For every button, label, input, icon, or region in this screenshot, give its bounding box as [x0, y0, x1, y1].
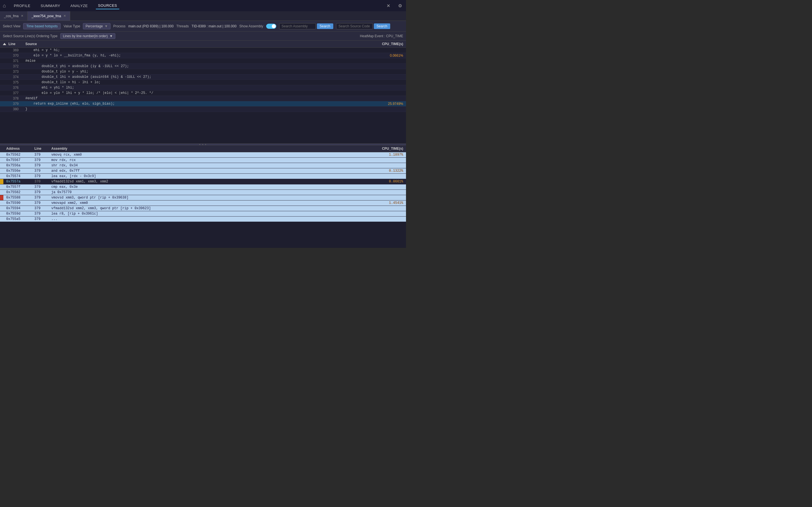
show-assembly-label: Show Assembly [239, 24, 263, 28]
source-header-row: Line Source CPU_TIME(s) [0, 41, 406, 48]
asm-row-0x75588[interactable]: 0x75588379vmovsd xmm3, qword ptr [rip + … [0, 195, 406, 201]
source-cell-line-380: 380 [0, 107, 22, 112]
asm-cell-code-0x7557a: vfmadd132sd xmm1, xmm3, xmm2 [49, 179, 378, 184]
toggle-slider [266, 24, 276, 29]
ordering-value: Lines by line number(in order) [63, 34, 108, 38]
asm-row-0x7557a[interactable]: 0x7557a370vfmadd132sd xmm1, xmm3, xmm20.… [0, 179, 406, 184]
source-row-376[interactable]: 376 ehi = yhi * lhi; [0, 85, 406, 91]
asm-cell-line-0x75590: 379 [32, 201, 49, 206]
assembly-col-asm-header[interactable]: Assembly [49, 145, 378, 152]
tab-cos-fma-label: _cos_fma [4, 14, 19, 18]
tab-ieee754-label: _ieee754_pow_fma [32, 14, 61, 18]
assembly-panel[interactable]: Address Line Assembly CPU_TIME(s) 0x7556… [0, 145, 406, 248]
source-col-line-header[interactable]: Line [0, 41, 22, 48]
assembly-bar-col [0, 145, 3, 152]
asm-bar-0x75594 [0, 206, 3, 211]
asm-cell-line-0x7557a: 370 [32, 179, 49, 184]
tab-ieee754-close[interactable]: ✕ [63, 14, 66, 18]
source-col-cpu-header[interactable]: CPU_TIME(s) [378, 41, 406, 48]
asm-row-0x7556a[interactable]: 0x7556a379shr rdx, 0x34 [0, 163, 406, 168]
asm-row-0x75562[interactable]: 0x75562379vmovq rcx, xmm01.1897% [0, 152, 406, 158]
asm-row-0x75594[interactable]: 0x75594379vfmadd132sd xmm2, xmm3, qword … [0, 206, 406, 211]
nav-summary[interactable]: SUMMARY [38, 3, 63, 9]
source-row-375[interactable]: 375 double_t llo = hi - lhi + lo; [0, 80, 406, 85]
process-label: Process [113, 24, 125, 28]
search-assembly-input[interactable] [279, 23, 316, 29]
asm-bar-0x7556a [0, 163, 3, 168]
source-cell-line-372: 372 [0, 64, 22, 69]
source-row-370[interactable]: 370 elo = y * lo + __builtin_fma (y, hi,… [0, 53, 406, 58]
asm-cell-addr-0x75590: 0x75590 [3, 201, 32, 206]
percentage-dropdown[interactable]: Percentage ▼ [83, 23, 110, 29]
search-source-box: Search [336, 23, 390, 29]
source-row-377[interactable]: 377 elo = ylo * lhi + y * llo; /* |elo| … [0, 91, 406, 96]
asm-row-0x7557f[interactable]: 0x7557f379cmp eax, 0x3e [0, 184, 406, 190]
asm-bar-0x75574 [0, 174, 3, 179]
source-col-source-header[interactable]: Source [22, 41, 378, 48]
search-source-input[interactable] [336, 23, 373, 29]
source-row-371[interactable]: 371#else [0, 58, 406, 64]
toolbar1: Select View Time based hotspots Value Ty… [0, 21, 406, 32]
tab-cos-fma[interactable]: _cos_fma ✕ [0, 11, 27, 20]
source-row-379[interactable]: 379 return exp_inline (ehi, elo, sign_bi… [0, 101, 406, 107]
source-cell-code-376: ehi = yhi * lhi; [22, 85, 378, 91]
source-panel[interactable]: Line Source CPU_TIME(s) 369 ehi = y * hi… [0, 41, 406, 144]
source-cell-cpu-372 [378, 64, 406, 69]
search-source-btn[interactable]: Search [374, 23, 390, 29]
source-cell-line-369: 369 [0, 48, 22, 53]
asm-row-0x75574[interactable]: 0x75574379lea eax, [rdx - 0x3c9] [0, 174, 406, 179]
source-cell-cpu-374 [378, 74, 406, 80]
source-cell-code-374: double_t lhi = asdouble (asuint64 (hi) &… [22, 74, 378, 80]
asm-row-0x7559d[interactable]: 0x7559d379lea r8, [rip + 0x3961c] [0, 211, 406, 217]
asm-cell-addr-0x7557a: 0x7557a [3, 179, 32, 184]
nav-sources[interactable]: SOURCES [96, 2, 120, 9]
asm-cell-addr-0x7559d: 0x7559d [3, 211, 32, 217]
select-view-label: Select View [3, 24, 20, 28]
source-cell-cpu-375 [378, 80, 406, 85]
source-row-373[interactable]: 373 double_t ylo = y - yhi; [0, 69, 406, 74]
close-icon[interactable]: ✕ [386, 2, 391, 10]
asm-row-0x75582[interactable]: 0x75582379ja 0x75770 [0, 190, 406, 195]
asm-cell-addr-0x75574: 0x75574 [3, 174, 32, 179]
asm-cell-code-0x75582: ja 0x75770 [49, 190, 378, 195]
ordering-dropdown[interactable]: Lines by line number(in order) ▼ [60, 33, 115, 39]
asm-cell-cpu-0x7557f [378, 184, 406, 190]
assembly-col-cpu-header[interactable]: CPU_TIME(s) [378, 145, 406, 152]
source-cell-line-375: 375 [0, 80, 22, 85]
asm-bar-0x755a5 [0, 217, 3, 222]
nav-profile[interactable]: PROFILE [11, 3, 33, 9]
asm-row-0x7556e[interactable]: 0x7556e379and edx, 0x7ff0.1322% [0, 168, 406, 174]
asm-cell-addr-0x7557f: 0x7557f [3, 184, 32, 190]
source-cell-code-371: #else [22, 58, 378, 64]
nav-analyze[interactable]: ANALYZE [68, 3, 90, 9]
source-row-374[interactable]: 374 double_t lhi = asdouble (asuint64 (h… [0, 74, 406, 80]
home-icon[interactable]: ⌂ [3, 3, 6, 9]
search-assembly-btn[interactable]: Search [317, 23, 333, 29]
source-row-378[interactable]: 378#endif [0, 96, 406, 101]
ordering-arrow: ▼ [109, 34, 113, 38]
asm-cell-cpu-0x75590: 1.4541% [378, 201, 406, 206]
asm-cell-code-0x7556a: shr rdx, 0x34 [49, 163, 378, 168]
source-cell-line-376: 376 [0, 85, 22, 91]
gear-icon[interactable]: ⚙ [397, 2, 403, 10]
tab-ieee754[interactable]: _ieee754_pow_fma ✕ [27, 11, 70, 20]
source-cell-code-380: } [22, 107, 378, 112]
top-nav: ⌂ PROFILE SUMMARY ANALYZE SOURCES ✕ ⚙ [0, 0, 406, 11]
source-row-369[interactable]: 369 ehi = y * hi; [0, 48, 406, 53]
assembly-col-addr-header[interactable]: Address [3, 145, 32, 152]
tabs-bar: _cos_fma ✕ _ieee754_pow_fma ✕ [0, 11, 406, 21]
hotspot-button[interactable]: Time based hotspots [23, 23, 61, 29]
asm-cell-cpu-0x75582 [378, 190, 406, 195]
asm-bar-0x75562 [0, 152, 3, 158]
assembly-col-line-header[interactable]: Line [32, 145, 49, 152]
asm-row-0x755a5[interactable]: 0x755a5379... [0, 217, 406, 222]
asm-row-0x75590[interactable]: 0x75590379vmovapd xmm2, xmm01.4541% [0, 201, 406, 206]
asm-cell-code-0x75594: vfmadd132sd xmm2, xmm3, qword ptr [rip +… [49, 206, 378, 211]
asm-cell-cpu-0x7557a: 0.0661% [378, 179, 406, 184]
source-row-380[interactable]: 380} [0, 107, 406, 112]
source-cell-line-374: 374 [0, 74, 22, 80]
tab-cos-fma-close[interactable]: ✕ [21, 14, 23, 18]
assembly-toggle[interactable] [266, 24, 276, 29]
asm-row-0x75567[interactable]: 0x75567379mov rdx, rcx [0, 158, 406, 163]
source-row-372[interactable]: 372 double_t yhi = asdouble (iy & -1ULL … [0, 64, 406, 69]
